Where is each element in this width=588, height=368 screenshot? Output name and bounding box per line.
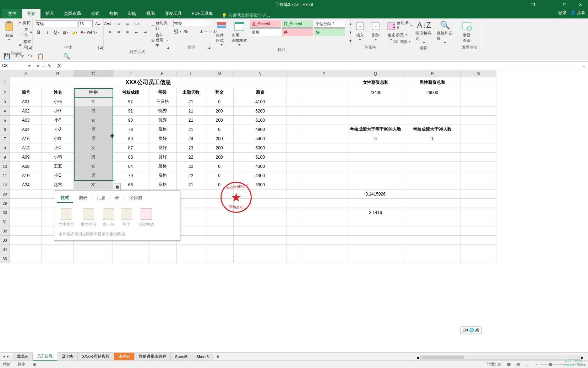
cell[interactable]: A01: [10, 97, 42, 106]
cell[interactable]: 女: [74, 180, 113, 190]
style-thousands[interactable]: 千位分隔 2: [314, 20, 345, 28]
cell[interactable]: [461, 134, 496, 143]
cell[interactable]: [461, 143, 496, 153]
increase-font-button[interactable]: A▴: [94, 20, 102, 28]
cell[interactable]: [404, 153, 461, 162]
cell[interactable]: 男: [74, 153, 113, 162]
cell[interactable]: [347, 180, 404, 190]
cell[interactable]: [301, 208, 347, 217]
cell[interactable]: A13: [10, 143, 42, 153]
cell[interactable]: [404, 97, 461, 106]
clipboard-launcher[interactable]: ◢: [27, 46, 32, 50]
cell[interactable]: 及格: [148, 171, 177, 180]
number-launcher[interactable]: ◢: [207, 46, 211, 50]
cell[interactable]: [287, 217, 301, 226]
row-header-33[interactable]: 33: [0, 236, 10, 245]
font-name-combo[interactable]: [35, 20, 77, 27]
cell[interactable]: [461, 153, 496, 162]
cell[interactable]: [301, 153, 347, 162]
qa-tab-format[interactable]: 格式: [57, 193, 73, 203]
cell[interactable]: [347, 116, 404, 125]
paste-button[interactable]: 粘贴: [2, 20, 16, 41]
row-header-5[interactable]: 5: [0, 116, 10, 125]
formula-input[interactable]: 女: [54, 62, 580, 70]
cell[interactable]: [404, 180, 461, 190]
cell[interactable]: [461, 226, 496, 236]
align-left-button[interactable]: ≡: [106, 28, 114, 36]
name-box[interactable]: C3: [0, 62, 33, 69]
cell[interactable]: [74, 245, 113, 254]
cell[interactable]: A16: [10, 134, 42, 143]
font-color-button[interactable]: A▾: [79, 28, 87, 36]
cell[interactable]: [461, 116, 496, 125]
column-header-M[interactable]: M: [205, 70, 234, 77]
cell[interactable]: 4300: [234, 162, 287, 171]
clear-button[interactable]: ⌫ 清除 ▾: [392, 39, 413, 45]
style-normal[interactable]: 常规: [250, 28, 281, 36]
cell[interactable]: 200: [205, 153, 234, 162]
cell[interactable]: 79: [113, 171, 148, 180]
percent-button[interactable]: %: [182, 28, 190, 35]
cell[interactable]: [287, 106, 301, 116]
row-header-10[interactable]: 10: [0, 162, 10, 171]
cell[interactable]: 小韦: [42, 153, 74, 162]
cell[interactable]: [287, 162, 301, 171]
tab-review[interactable]: 审阅: [123, 9, 141, 18]
cut-button[interactable]: ✂ 剪切: [18, 20, 33, 26]
row-header-1[interactable]: 1: [0, 77, 10, 88]
cell[interactable]: 小C: [42, 143, 74, 153]
macro-record-icon[interactable]: ▣: [33, 362, 36, 367]
cell[interactable]: 出勤天数: [177, 88, 205, 97]
cell[interactable]: 考核成绩: [113, 88, 148, 97]
sort-filter-button[interactable]: A↓Z排序和筛选: [414, 20, 434, 44]
cell[interactable]: [177, 190, 205, 199]
cell[interactable]: 80: [113, 153, 148, 162]
tab-dev[interactable]: 开发工具: [160, 9, 187, 18]
tab-insert[interactable]: 插入: [40, 9, 59, 18]
font-size-combo[interactable]: [78, 20, 93, 27]
cell[interactable]: [461, 106, 496, 116]
cell[interactable]: 22: [177, 171, 205, 180]
qa-tab-chart[interactable]: 图表: [75, 193, 91, 203]
qa-tab-table[interactable]: 表: [111, 193, 123, 203]
column-header-A[interactable]: A: [10, 70, 42, 77]
cell[interactable]: [301, 226, 347, 236]
column-header-B[interactable]: B: [42, 70, 74, 77]
cell[interactable]: [42, 245, 74, 254]
sheet-tab-4[interactable]: 课程表: [114, 353, 135, 360]
cell[interactable]: 6100: [234, 116, 287, 125]
expand-formula-bar[interactable]: ⌄: [580, 64, 588, 68]
tab-file[interactable]: 文件: [2, 9, 22, 18]
conditional-format-button[interactable]: 条件格式: [214, 20, 229, 46]
cell[interactable]: [177, 217, 205, 226]
cell[interactable]: [461, 208, 496, 217]
increase-indent-button[interactable]: ⇥: [141, 28, 149, 36]
cell[interactable]: [205, 254, 234, 263]
fill-color-button[interactable]: ◢▾: [70, 28, 78, 36]
cell[interactable]: [177, 199, 205, 208]
insert-cells-button[interactable]: ＋插入: [353, 20, 367, 41]
align-launcher[interactable]: ◢: [166, 46, 170, 50]
cell[interactable]: [404, 245, 461, 254]
cell[interactable]: [287, 125, 301, 134]
qa-equal-to[interactable]: 等于: [121, 208, 132, 227]
cell[interactable]: [301, 106, 347, 116]
cell[interactable]: [347, 236, 404, 245]
cell[interactable]: 3.1416: [347, 208, 404, 217]
cell[interactable]: [301, 134, 347, 143]
align-middle-button[interactable]: ≡: [115, 20, 123, 28]
cell[interactable]: 及格: [148, 162, 177, 171]
share-button[interactable]: 👤 共享: [570, 10, 585, 16]
cell[interactable]: [404, 190, 461, 199]
cell[interactable]: 200: [205, 143, 234, 153]
view-pagebreak-icon[interactable]: ▭: [526, 362, 529, 367]
cell[interactable]: 男: [74, 106, 113, 116]
row-header-30[interactable]: 30: [0, 208, 10, 217]
decrease-indent-button[interactable]: ⇤: [132, 28, 140, 36]
sheet-nav-next[interactable]: ▸: [7, 354, 9, 359]
cell[interactable]: A04: [10, 125, 42, 134]
cell[interactable]: [347, 199, 404, 208]
cell[interactable]: [347, 217, 404, 226]
format-as-table-button[interactable]: 套用 表格格式: [230, 20, 249, 46]
row-header-12[interactable]: 12: [0, 180, 10, 190]
